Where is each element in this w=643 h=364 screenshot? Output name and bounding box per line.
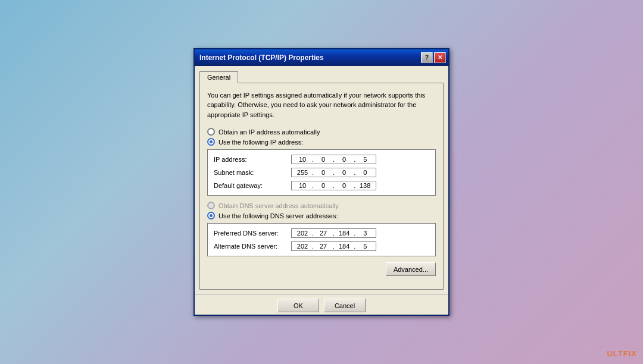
ip-o2[interactable] (315, 156, 332, 163)
dns-auto-radio-label[interactable]: Obtain DNS server address automatically (207, 202, 436, 209)
subnet-o1[interactable] (294, 169, 311, 176)
dns-section: Obtain DNS server address automatically … (207, 202, 436, 256)
ip-address-label: IP address: (214, 156, 291, 163)
preferred-dns-label: Preferred DNS server: (214, 230, 291, 237)
adns-o2[interactable] (315, 243, 332, 250)
watermark-highlight: LT (613, 349, 623, 358)
advanced-button[interactable]: Advanced... (386, 262, 436, 276)
ip-o1[interactable] (294, 156, 311, 163)
dialog-window: Internet Protocol (TCP/IP) Properties ? … (193, 48, 450, 316)
ip-o4[interactable] (357, 156, 373, 163)
preferred-dns-row: Preferred DNS server: . . . (214, 228, 429, 238)
description-text: You can get IP settings assigned automat… (207, 90, 436, 120)
dialog-content: You can get IP settings assigned automat… (199, 83, 444, 290)
dns-manual-radio-text: Use the following DNS server addresses: (219, 212, 338, 219)
title-bar-buttons: ? ✕ (421, 52, 446, 63)
dns-manual-radio-btn[interactable] (207, 212, 215, 219)
ip-auto-radio-text: Obtain an IP address automatically (219, 128, 320, 136)
close-button[interactable]: ✕ (434, 52, 446, 63)
alternate-dns-field[interactable]: . . . (291, 241, 376, 251)
subnet-mask-field[interactable]: . . . (291, 168, 376, 177)
dns-auto-radio-btn[interactable] (207, 202, 215, 209)
gateway-row: Default gateway: . . . (214, 181, 429, 190)
help-button[interactable]: ? (421, 52, 433, 63)
advanced-row: Advanced... (207, 262, 436, 276)
adns-o4[interactable] (357, 243, 373, 250)
ip-manual-radio-btn[interactable] (207, 138, 215, 146)
adns-o3[interactable] (336, 243, 352, 250)
pdns-o4[interactable] (357, 230, 373, 237)
subnet-o3[interactable] (336, 169, 352, 176)
ip-auto-radio-btn[interactable] (207, 128, 215, 136)
ip-auto-radio-group: Obtain an IP address automatically Use t… (207, 128, 436, 146)
alternate-dns-label: Alternate DNS server: (214, 243, 291, 250)
pdns-o1[interactable] (294, 230, 311, 237)
ip-manual-radio-text: Use the following IP address: (219, 139, 303, 146)
subnet-mask-row: Subnet mask: . . . (214, 168, 429, 177)
tab-area: General (195, 66, 448, 83)
ip-auto-radio-label[interactable]: Obtain an IP address automatically (207, 128, 436, 136)
ip-manual-radio-label[interactable]: Use the following IP address: (207, 138, 436, 146)
dns-fields-group: Preferred DNS server: . . . Alternate DN… (207, 223, 436, 256)
tab-general[interactable]: General (199, 71, 238, 83)
ok-button[interactable]: OK (277, 299, 319, 312)
alternate-dns-row: Alternate DNS server: . . . (214, 241, 429, 251)
dns-manual-radio-label[interactable]: Use the following DNS server addresses: (207, 212, 436, 219)
pdns-o3[interactable] (336, 230, 352, 237)
ip-address-row: IP address: . . . (214, 155, 429, 164)
gw-o3[interactable] (336, 182, 352, 189)
watermark-suffix: FIX (623, 349, 637, 358)
subnet-o2[interactable] (315, 169, 332, 176)
pdns-o2[interactable] (315, 230, 332, 237)
ip-o3[interactable] (336, 156, 352, 163)
gw-o4[interactable] (357, 182, 373, 189)
dialog-buttons: OK Cancel (195, 294, 448, 315)
gateway-field[interactable]: . . . (291, 181, 376, 190)
adns-o1[interactable] (294, 243, 311, 250)
gw-o2[interactable] (315, 182, 332, 189)
gateway-label: Default gateway: (214, 182, 291, 189)
watermark-prefix: U (607, 349, 613, 358)
ip-address-field[interactable]: . . . (291, 155, 376, 164)
dns-radio-group: Obtain DNS server address automatically … (207, 202, 436, 219)
cancel-button[interactable]: Cancel (324, 299, 366, 312)
subnet-mask-label: Subnet mask: (214, 169, 291, 176)
dns-auto-radio-text: Obtain DNS server address automatically (219, 202, 339, 209)
gw-o1[interactable] (294, 182, 311, 189)
ip-fields-group: IP address: . . . Subnet mask: . (207, 149, 436, 196)
subnet-o4[interactable] (357, 169, 373, 176)
preferred-dns-field[interactable]: . . . (291, 228, 376, 238)
watermark: ULTFIX (607, 349, 637, 358)
window-title: Internet Protocol (TCP/IP) Properties (199, 54, 324, 62)
title-bar: Internet Protocol (TCP/IP) Properties ? … (195, 49, 448, 66)
